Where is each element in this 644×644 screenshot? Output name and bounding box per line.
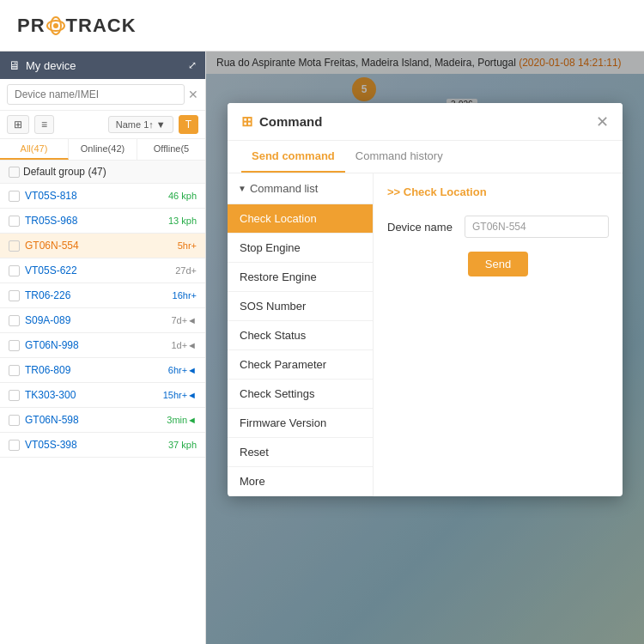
logo: PR TRACK [17, 15, 137, 37]
device-group: Default group (47) [0, 161, 205, 184]
device-name: TK303-300 [25, 389, 158, 401]
check-location-link[interactable]: >> Check Location [387, 185, 609, 198]
device-checkbox[interactable] [9, 340, 20, 351]
command-item[interactable]: Reset [228, 438, 373, 467]
list-item[interactable]: GT06N-598 3min◄ [0, 408, 205, 433]
device-name: TR06-226 [25, 289, 167, 301]
command-list-header: ▼ Command list [228, 173, 373, 204]
device-status: 13 kph [168, 216, 197, 226]
dialog-title-text: Command [259, 114, 322, 129]
dialog-body: ▼ Command list Check Location Stop Engin… [228, 173, 623, 496]
device-checkbox[interactable] [9, 415, 20, 426]
device-checkbox[interactable] [9, 191, 20, 202]
command-item[interactable]: Check Settings [228, 380, 373, 409]
device-name: GT06N-998 [25, 339, 166, 351]
device-list: Default group (47) VT05S-818 46 kph TR05… [0, 161, 205, 644]
command-item[interactable]: Stop Engine [228, 234, 373, 263]
tab-offline[interactable]: Offline(5 [137, 139, 205, 160]
list-item[interactable]: GT06N-554 5hr+ [0, 234, 205, 258]
list-item[interactable]: S09A-089 7d+◄ [0, 308, 205, 333]
dialog-title-icon: ⊞ [241, 113, 252, 130]
logo-icon [46, 16, 65, 35]
device-name: VT05S-818 [25, 190, 163, 202]
device-status: 3min◄ [167, 415, 197, 425]
command-item[interactable]: Firmware Version [228, 409, 373, 438]
sidebar-title: My device [26, 59, 76, 72]
filter-tabs: All(47) Online(42) Offline(5 [0, 139, 205, 161]
device-name: TR05S-968 [25, 215, 163, 227]
list-item[interactable]: VT05S-818 46 kph [0, 184, 205, 209]
tab-online[interactable]: Online(42) [69, 139, 137, 160]
device-status: 6hr+◄ [168, 365, 197, 375]
toolbar: ⊞ ≡ Name 1↑ ▼ T [0, 111, 205, 139]
filter-button[interactable]: T [179, 115, 198, 134]
sort-button[interactable]: Name 1↑ ▼ [108, 116, 173, 133]
list-view-button[interactable]: ≡ [34, 115, 54, 134]
command-item[interactable]: Check Parameter [228, 350, 373, 380]
search-input[interactable] [7, 84, 185, 105]
device-status: 5hr+ [178, 240, 197, 251]
device-checkbox[interactable] [9, 265, 20, 276]
device-status: 16hr+ [173, 290, 197, 301]
sort-label: Name 1↑ [116, 119, 154, 130]
sort-icon: ▼ [156, 119, 166, 130]
grid-view-button[interactable]: ⊞ [7, 115, 29, 134]
device-checkbox[interactable] [9, 216, 20, 227]
list-item[interactable]: TR05S-968 13 kph [0, 209, 205, 234]
command-item[interactable]: Check Location [228, 204, 373, 234]
dialog-title: ⊞ Command [241, 113, 322, 130]
device-checkbox[interactable] [9, 440, 20, 451]
device-checkbox[interactable] [9, 390, 20, 401]
list-item[interactable]: TK303-300 15hr+◄ [0, 383, 205, 408]
dialog-close-button[interactable]: ✕ [596, 114, 609, 130]
map-area: Rua do Aspirante Mota Freitas, Madeira I… [206, 52, 644, 644]
device-checkbox[interactable] [9, 240, 20, 252]
command-item[interactable]: More [228, 467, 373, 496]
device-name: GT06N-554 [25, 240, 173, 252]
check-location-text: >> Check Location [387, 185, 487, 198]
tab-send-command[interactable]: Send command [241, 141, 345, 173]
main-area: 🖥 My device ⤢ ✕ ⊞ ≡ Name 1↑ ▼ T All(47) … [0, 52, 644, 644]
chevron-down-icon: ▼ [238, 184, 246, 193]
device-status: 7d+◄ [171, 315, 197, 325]
device-name-row: Device name [387, 216, 609, 238]
command-list-label: Command list [250, 182, 318, 195]
sidebar: 🖥 My device ⤢ ✕ ⊞ ≡ Name 1↑ ▼ T All(47) … [0, 52, 206, 644]
device-icon: 🖥 [9, 58, 21, 72]
list-item[interactable]: TR06-809 6hr+◄ [0, 358, 205, 383]
device-name: VT05S-622 [25, 264, 170, 276]
device-checkbox[interactable] [9, 365, 20, 376]
device-name-input[interactable] [465, 216, 609, 238]
command-item[interactable]: Check Status [228, 321, 373, 350]
sidebar-header: 🖥 My device ⤢ [0, 52, 205, 79]
tab-command-history[interactable]: Command history [345, 141, 453, 173]
logo-pre: PR [17, 15, 46, 36]
device-status: 46 kph [168, 191, 197, 201]
command-dialog: ⊞ Command ✕ Send command Command history… [228, 103, 623, 496]
dialog-header: ⊞ Command ✕ [228, 103, 623, 141]
dialog-overlay: ⊞ Command ✕ Send command Command history… [206, 52, 644, 644]
list-item[interactable]: TR06-226 16hr+ [0, 283, 205, 308]
device-name: VT05S-398 [25, 439, 163, 451]
list-item[interactable]: VT05S-398 37 kph [0, 433, 205, 458]
device-name: TR06-809 [25, 364, 163, 376]
send-button[interactable]: Send [468, 252, 528, 276]
group-checkbox[interactable] [9, 167, 20, 178]
device-checkbox[interactable] [9, 290, 20, 301]
command-item[interactable]: SOS Number [228, 292, 373, 321]
search-bar: ✕ [0, 79, 205, 111]
logo-post: TRACK [66, 15, 137, 36]
list-item[interactable]: VT05S-622 27d+ [0, 258, 205, 283]
command-detail-panel: >> Check Location Device name Send [374, 173, 623, 496]
device-checkbox[interactable] [9, 315, 20, 326]
expand-icon[interactable]: ⤢ [188, 59, 197, 71]
tab-all[interactable]: All(47) [0, 139, 69, 160]
device-name: GT06N-598 [25, 414, 161, 426]
device-status: 1d+◄ [171, 340, 197, 350]
device-status: 37 kph [168, 440, 197, 450]
command-item[interactable]: Restore Engine [228, 263, 373, 292]
search-clear-icon[interactable]: ✕ [188, 88, 198, 101]
command-list-panel: ▼ Command list Check Location Stop Engin… [228, 173, 374, 496]
header: PR TRACK [0, 0, 644, 52]
list-item[interactable]: GT06N-998 1d+◄ [0, 333, 205, 358]
